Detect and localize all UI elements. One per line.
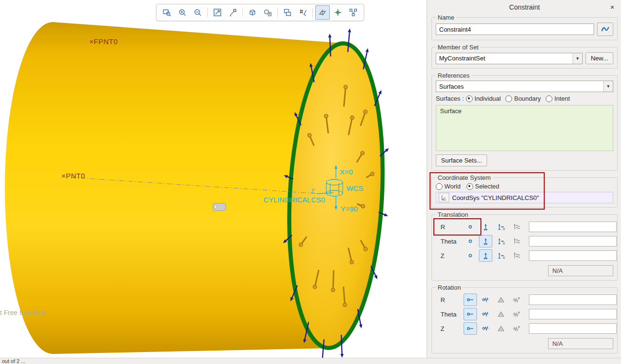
rotation-theta-function-button[interactable] — [510, 308, 523, 320]
coordsys-group-label: Coordinate System — [436, 174, 493, 181]
radio-boundary[interactable] — [505, 95, 512, 102]
surface-sets-button[interactable]: Surface Sets... — [436, 154, 487, 166]
radio-selected-label: Selected — [475, 183, 500, 190]
status-text: out of 2 ... — [2, 358, 25, 364]
toolbar-separator — [242, 8, 243, 17]
radio-intent-label: Intent — [554, 95, 570, 102]
spin-center-icon[interactable] — [331, 5, 345, 20]
translation-row-r: R — [436, 220, 613, 234]
translation-theta-function-button[interactable] — [510, 235, 523, 247]
zoom-window-icon[interactable] — [160, 5, 174, 20]
surface-list-item[interactable]: Surface — [440, 107, 609, 115]
status-bar: out of 2 ... — [0, 358, 621, 364]
rotation-row-theta: Theta — [436, 307, 613, 321]
radio-selected[interactable] — [466, 183, 473, 190]
rotation-units-field: N/A — [548, 338, 613, 349]
application-window: ×FPNT0 ×PNT0 X=0 WCS CYLINDRICALCS0 Y=90… — [0, 0, 621, 364]
rotation-group: Rotation R Theta Z — [431, 284, 618, 353]
cylinder-model — [0, 0, 427, 358]
rotation-theta-prescribed-button[interactable] — [494, 308, 508, 320]
rotation-theta-free-button[interactable] — [464, 308, 477, 320]
in-graphics-toolbar — [156, 4, 364, 21]
close-icon[interactable]: × — [608, 2, 617, 11]
rotation-theta-input[interactable] — [529, 309, 617, 319]
rotation-label: Rotation — [436, 284, 463, 291]
refit-icon[interactable] — [210, 5, 225, 20]
name-group-label: Name — [436, 14, 456, 21]
translation-theta-state-button[interactable] — [464, 235, 477, 247]
translation-z-state-button[interactable] — [464, 249, 477, 262]
zoom-in-icon[interactable] — [175, 5, 190, 20]
new-set-button[interactable]: New... — [585, 52, 613, 64]
surface-listbox[interactable]: Surface — [436, 105, 613, 151]
zoom-out-icon[interactable] — [191, 5, 205, 20]
translation-r-input[interactable] — [529, 222, 617, 232]
radio-intent[interactable] — [546, 95, 552, 102]
radio-world[interactable] — [436, 183, 442, 190]
translation-theta-prescribed-button[interactable] — [494, 235, 508, 247]
translation-theta-label: Theta — [436, 238, 464, 245]
translation-r-function-button[interactable] — [510, 221, 523, 233]
repaint-icon[interactable] — [226, 5, 240, 20]
rotation-z-prescribed-button[interactable] — [494, 322, 508, 335]
simulation-display-icon[interactable] — [296, 5, 310, 20]
view-manager-icon[interactable] — [280, 5, 295, 20]
translation-units-field: N/A — [548, 265, 613, 276]
translation-r-state-button[interactable] — [464, 221, 477, 233]
surfaces-mode-label: Surfaces : — [436, 95, 464, 102]
datum-display-icon[interactable] — [315, 5, 330, 20]
translation-r-prescribed-button[interactable] — [494, 221, 508, 233]
translation-row-theta: Theta — [436, 234, 613, 248]
rotation-r-spring-button[interactable] — [479, 294, 492, 306]
chevron-down-icon[interactable]: ▼ — [573, 53, 582, 64]
rotation-theta-spring-button[interactable] — [479, 308, 492, 320]
graphics-viewport[interactable]: ×FPNT0 ×PNT0 X=0 WCS CYLINDRICALCS0 Y=90… — [0, 0, 427, 358]
translation-z-prescribed-button[interactable] — [494, 249, 508, 262]
rotation-row-r: R — [436, 293, 613, 307]
member-of-set-label: Member of Set — [436, 44, 480, 51]
references-label: References — [436, 72, 471, 79]
coordsys-group: Coordinate System World Selected CoordSy… — [431, 174, 618, 208]
rotation-z-input[interactable] — [529, 323, 617, 334]
saved-views-icon[interactable] — [245, 5, 260, 20]
name-input[interactable] — [436, 23, 594, 35]
rotation-r-free-button[interactable] — [464, 294, 477, 306]
radio-individual-label: Individual — [475, 95, 501, 102]
translation-label: Translation — [436, 211, 470, 218]
toolbar-separator — [312, 8, 313, 17]
constraint-set-combo[interactable]: MyConstraintSet ▼ — [436, 53, 583, 64]
rotation-z-label: Z — [436, 325, 464, 332]
coordsys-field[interactable]: CoordSys "CYLINDRICALCS0" — [436, 192, 613, 203]
radio-world-label: World — [444, 183, 461, 190]
translation-row-z: Z — [436, 248, 613, 263]
radio-boundary-label: Boundary — [514, 95, 541, 102]
translation-theta-fixed-button[interactable] — [479, 235, 492, 247]
rotation-theta-label: Theta — [436, 311, 464, 318]
rotation-r-prescribed-button[interactable] — [494, 294, 508, 306]
distribute-constraint-button[interactable] — [597, 23, 613, 36]
translation-z-fixed-button[interactable] — [479, 249, 492, 262]
explode-icon[interactable] — [346, 5, 360, 20]
translation-r-fixed-button[interactable] — [479, 221, 492, 233]
rotation-z-free-button[interactable] — [464, 322, 477, 335]
translation-z-function-button[interactable] — [510, 249, 523, 262]
name-group: Name — [431, 14, 618, 40]
rotation-z-function-button[interactable] — [510, 322, 523, 335]
references-group: References Surfaces ▼ Surfaces : Individ… — [431, 72, 618, 171]
translation-z-input[interactable] — [529, 250, 617, 261]
reference-type-combo[interactable]: Surfaces ▼ — [436, 81, 613, 92]
translation-r-label: R — [436, 223, 464, 231]
rotation-row-z: Z — [436, 321, 613, 336]
translation-theta-input[interactable] — [529, 236, 617, 247]
translation-z-label: Z — [436, 252, 464, 259]
coordsys-icon — [439, 193, 449, 202]
rotation-r-input[interactable] — [529, 294, 617, 305]
radio-individual[interactable] — [466, 95, 473, 102]
view-normal-icon[interactable] — [261, 5, 275, 20]
toolbar-separator — [207, 8, 208, 17]
rotation-z-spring-button[interactable] — [479, 322, 492, 335]
constraint-dialog: Constraint × Name Member of Set MyConstr… — [427, 0, 621, 358]
chevron-down-icon[interactable]: ▼ — [603, 81, 613, 92]
interface-symbol — [213, 203, 226, 211]
rotation-r-function-button[interactable] — [510, 294, 523, 306]
